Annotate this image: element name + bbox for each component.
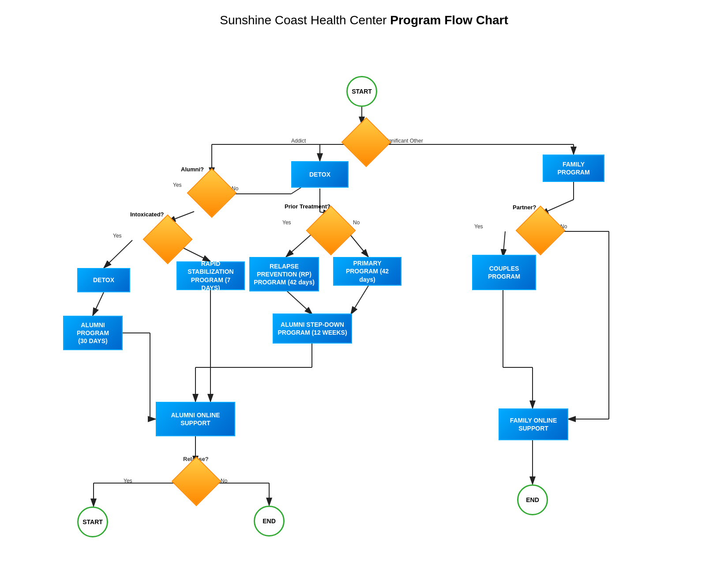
label-addict: Addict <box>291 138 306 144</box>
label-alumni: Alumni? <box>181 166 204 173</box>
label-partner-yes: Yes <box>474 223 483 230</box>
family-online-support: FAMILY ONLINESUPPORT <box>499 408 568 440</box>
flowchart: Addict Significant Other Yes No Yes No Y… <box>0 32 728 563</box>
start-circle-top: START <box>346 76 377 107</box>
diamond-prior-treatment <box>306 205 356 255</box>
label-prior-no: No <box>353 219 360 226</box>
end-circle-right: END <box>517 484 548 515</box>
relapse-prevention: RELAPSEPREVENTION (RP)PROGRAM (42 days) <box>249 257 319 291</box>
family-program: FAMILYPROGRAM <box>543 155 604 182</box>
svg-line-13 <box>286 233 313 257</box>
svg-line-20 <box>104 240 132 268</box>
label-relapse-yes: Yes <box>124 478 132 484</box>
label-alumni-yes: Yes <box>173 182 182 188</box>
svg-line-14 <box>349 233 368 257</box>
label-intox-yes: Yes <box>113 233 122 239</box>
couples-program: COUPLESPROGRAM <box>472 255 536 290</box>
diamond-intoxicated <box>143 214 192 264</box>
label-prior-yes: Yes <box>282 219 291 226</box>
svg-line-16 <box>351 286 368 314</box>
svg-line-22 <box>93 292 104 316</box>
alumni-online-support: ALUMNI ONLINESUPPORT <box>156 402 235 436</box>
page-title: Sunshine Coast Health Center Program Flo… <box>0 0 728 32</box>
svg-line-34 <box>503 231 505 257</box>
label-intoxicated: Intoxicated? <box>130 211 164 218</box>
diamond-partner <box>515 205 565 255</box>
detox-left: DETOX <box>77 268 130 292</box>
diamond-type <box>341 117 391 167</box>
primary-program: PRIMARYPROGRAM (42 days) <box>333 257 402 286</box>
rapid-stabilization: RAPID STABILIZATIONPROGRAM (7 DAYS) <box>176 261 245 290</box>
arrows-svg <box>0 32 728 563</box>
label-prior-treatment: Prior Treatment? <box>285 203 330 210</box>
diamond-alumni <box>187 168 236 218</box>
alumni-step-down: ALUMNI STEP-DOWNPROGRAM (12 WEEKS) <box>273 314 352 344</box>
label-partner: Partner? <box>513 204 536 211</box>
diamond-relapse <box>171 456 221 506</box>
end-circle-center: END <box>254 506 285 537</box>
label-relapse-no: No <box>221 478 227 484</box>
start-circle-bottom: START <box>77 506 108 537</box>
alumni-program: ALUMNIPROGRAM(30 DAYS) <box>63 316 123 350</box>
svg-line-15 <box>286 290 312 314</box>
detox-main: DETOX <box>291 161 349 188</box>
